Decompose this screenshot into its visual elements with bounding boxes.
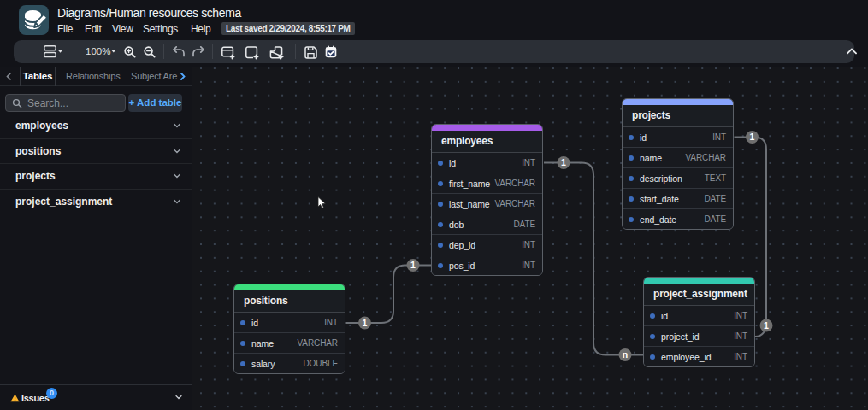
svg-text:1: 1 [363, 318, 368, 328]
svg-text:n: n [623, 349, 628, 360]
svg-text:1: 1 [764, 320, 769, 331]
svg-text:1: 1 [750, 132, 755, 142]
svg-text:1: 1 [410, 260, 416, 270]
svg-text:1: 1 [561, 157, 566, 167]
